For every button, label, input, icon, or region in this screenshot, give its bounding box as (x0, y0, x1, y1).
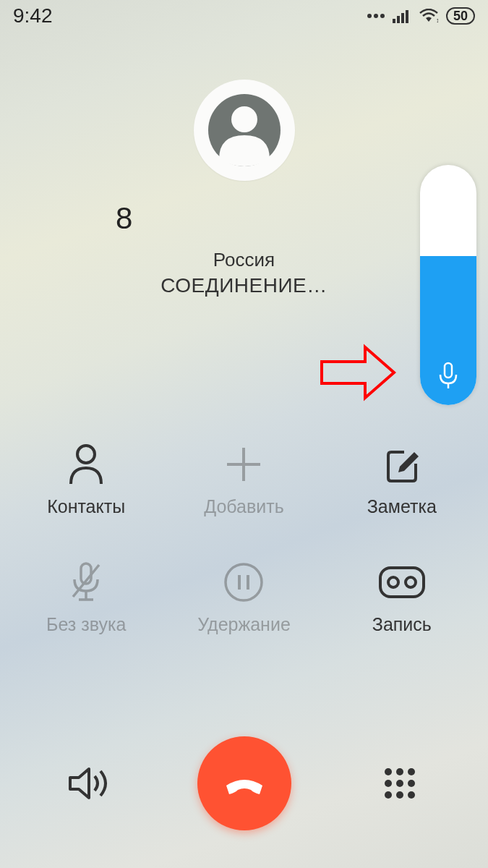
wifi-icon: ↕ (419, 9, 439, 23)
svg-rect-3 (393, 19, 395, 23)
battery-indicator: 50 (446, 7, 475, 25)
svg-point-10 (231, 106, 257, 132)
svg-point-30 (396, 780, 403, 787)
speaker-button[interactable] (64, 758, 114, 809)
dialpad-icon (382, 765, 418, 801)
svg-rect-4 (397, 16, 400, 23)
speaker-icon (67, 765, 111, 801)
record-label: Запись (372, 614, 432, 635)
record-tape-icon (378, 561, 426, 604)
more-dots-icon (367, 12, 385, 20)
svg-rect-6 (406, 10, 408, 23)
svg-point-2 (380, 14, 385, 18)
svg-point-26 (385, 768, 392, 775)
note-edit-icon (382, 443, 421, 486)
svg-point-29 (385, 780, 392, 787)
cellular-signal-icon (393, 9, 411, 23)
mic-off-icon (69, 561, 103, 604)
end-call-button[interactable] (197, 736, 291, 830)
microphone-icon (436, 362, 461, 393)
svg-point-20 (226, 564, 262, 600)
note-label: Заметка (367, 496, 437, 517)
svg-text:↕: ↕ (436, 17, 439, 23)
note-button[interactable]: Заметка (323, 443, 481, 517)
call-status: СОЕДИНЕНИЕ… (160, 274, 328, 297)
mute-label: Без звука (46, 614, 126, 635)
add-call-label: Добавить (204, 496, 284, 517)
phone-hangup-icon (219, 758, 270, 809)
call-controls-grid: Контакты Добавить Заметка Без звука Удер… (0, 443, 488, 635)
contact-avatar (194, 80, 295, 181)
person-icon (68, 443, 104, 486)
mute-button: Без звука (7, 561, 165, 635)
svg-point-27 (396, 768, 403, 775)
phone-number: 8 (0, 201, 132, 236)
svg-point-0 (367, 14, 372, 18)
hold-label: Удержание (197, 614, 291, 635)
plus-icon (224, 443, 263, 486)
contacts-label: Контакты (47, 496, 125, 517)
add-call-button: Добавить (165, 443, 322, 517)
svg-point-1 (374, 14, 378, 18)
svg-point-24 (388, 577, 398, 587)
svg-point-28 (408, 768, 415, 775)
svg-point-25 (406, 577, 416, 587)
volume-slider[interactable] (420, 165, 476, 405)
record-button[interactable]: Запись (323, 561, 481, 635)
svg-point-13 (77, 446, 95, 463)
pause-circle-icon (223, 561, 264, 604)
status-time: 9:42 (13, 4, 53, 27)
status-right: ↕ 50 (367, 7, 475, 25)
call-region: Россия (213, 249, 275, 271)
svg-point-31 (408, 780, 415, 787)
arrow-annotation (318, 340, 398, 408)
contacts-button[interactable]: Контакты (7, 443, 165, 517)
svg-point-33 (396, 791, 403, 799)
svg-rect-11 (445, 363, 452, 378)
call-info: 8 Россия СОЕДИНЕНИЕ… (0, 80, 488, 297)
bottom-controls (0, 736, 488, 830)
hold-button: Удержание (165, 561, 322, 635)
svg-point-34 (408, 791, 415, 799)
status-bar: 9:42 ↕ 50 (0, 0, 488, 32)
dialpad-button[interactable] (374, 758, 425, 809)
svg-point-32 (385, 791, 392, 799)
svg-rect-5 (401, 13, 404, 23)
